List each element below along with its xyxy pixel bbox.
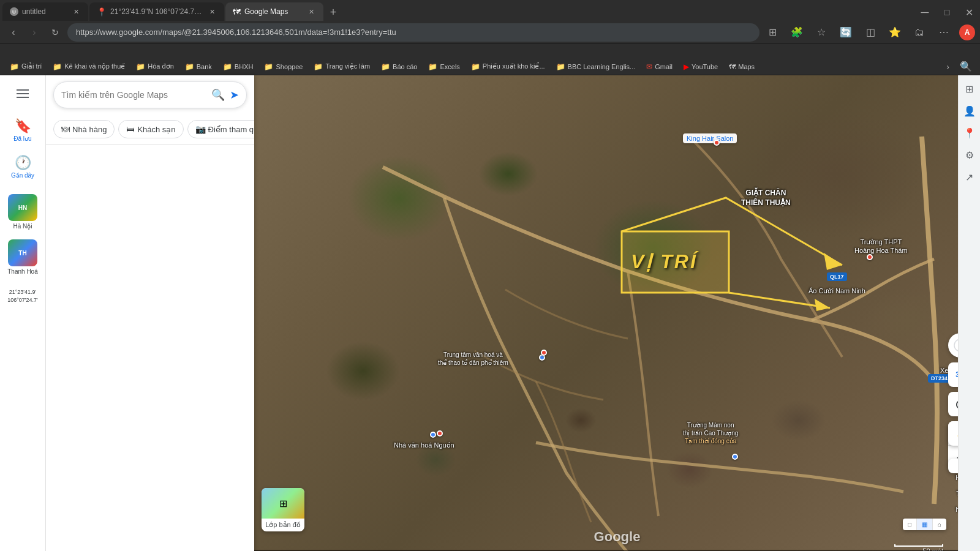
bookmark-hoa-don[interactable]: 📁 Hóa đơn: [131, 61, 178, 72]
folder-icon: 📁: [264, 62, 273, 71]
address-url: https://www.google.com/maps/@21.3945006,…: [76, 28, 396, 37]
main-content: 🔖 Đã lưu 🕐 Gần đây HN Hà Nội TH Thanh Ho…: [0, 75, 980, 551]
more-icon[interactable]: ⋯: [935, 23, 953, 42]
bookmarks-more-button[interactable]: ›: [943, 61, 953, 73]
hamburger-menu-button[interactable]: [10, 81, 35, 106]
tab1-close[interactable]: ✕: [71, 7, 81, 17]
tab-google-maps[interactable]: 🗺 Google Maps ✕: [225, 2, 323, 21]
profile-icon[interactable]: A: [959, 24, 975, 40]
right-strip: ⊞ 👤 📍 ⚙ ↗: [958, 75, 980, 551]
window-controls: ─ □ ✕: [916, 4, 978, 21]
search-toggle-button[interactable]: 🔍: [957, 58, 975, 75]
favorites-icon[interactable]: ⭐: [886, 23, 904, 42]
satellite-map-button[interactable]: ▦: [917, 519, 933, 530]
search-bar[interactable]: 🔍 ➤: [53, 81, 247, 108]
directions-icon[interactable]: ➤: [230, 88, 239, 102]
tab-untitled[interactable]: U untitled ✕: [2, 2, 88, 21]
hamburger-line: [17, 89, 29, 91]
bookmark-giai-tri[interactable]: 📁 Giải trí: [5, 61, 47, 72]
map-marker-icon[interactable]: 📍: [961, 124, 978, 141]
default-map-button[interactable]: □: [903, 519, 917, 530]
hamburger-line: [17, 97, 29, 98]
attraction-icon: 📷: [195, 124, 206, 134]
bookmark-maps[interactable]: 🗺 Maps: [724, 62, 760, 72]
share-icon[interactable]: ↗: [961, 168, 978, 186]
hamburger-line: [17, 93, 29, 94]
folder-icon: 📁: [10, 62, 19, 71]
tab-maps-pin[interactable]: 📍 21°23'41.9"N 106°07'24.7"E - Go... ✕: [89, 2, 224, 21]
update-icon[interactable]: 🔄: [837, 23, 855, 42]
user-profile-icon[interactable]: 👤: [961, 102, 978, 119]
maps-sidebar: 🔖 Đã lưu 🕐 Gần đây HN Hà Nội TH Thanh Ho…: [0, 75, 46, 551]
nha-van-hoa-pin[interactable]: [430, 432, 436, 438]
sidebar-saved-button[interactable]: 🔖 Đã lưu: [4, 113, 42, 148]
search-icon[interactable]: 🔍: [211, 88, 225, 102]
king-hair-pin[interactable]: [714, 140, 720, 146]
bookmark-gmail[interactable]: ✉ Gmail: [641, 61, 677, 72]
address-bar-row: ‹ › ↻ https://www.google.com/maps/@21.39…: [0, 21, 980, 44]
sidebar-recent-button[interactable]: 🕐 Gần đây: [4, 150, 42, 184]
bookmark-ke-khai[interactable]: 📁 Kê khai và nộp thuế: [48, 61, 130, 72]
bookmark-bbc[interactable]: 📁 BBC Learning Englis...: [551, 61, 641, 72]
search-input[interactable]: [61, 90, 206, 100]
sidebar-toggle-icon[interactable]: ◫: [861, 23, 880, 42]
tab2-close[interactable]: ✕: [207, 7, 217, 17]
folder-icon: 📁: [428, 62, 437, 71]
google-logo: Google: [594, 529, 641, 545]
bookmark-phieu-xuat[interactable]: 📁 Phiếu xuất kho kiể...: [466, 61, 550, 72]
tab1-favicon: U: [10, 7, 18, 16]
bookmark-youtube[interactable]: ▶ YouTube: [679, 61, 723, 72]
close-window-button[interactable]: ✕: [960, 4, 978, 21]
bookmark-bao-cao[interactable]: 📁 Báo cáo: [376, 61, 422, 72]
terrain-map-button[interactable]: ⌂: [933, 519, 946, 530]
bookmark-trang-viec[interactable]: 📁 Trang việc làm: [309, 61, 375, 72]
chip-diem-tham-quan[interactable]: 📷 Điểm tham quan: [187, 120, 254, 138]
bookmark-shoppee[interactable]: 📁 Shoppee: [259, 61, 307, 72]
reload-button[interactable]: ↻: [47, 24, 64, 41]
layer-switcher-button[interactable]: ⊞ Lớp bản đồ: [262, 488, 304, 531]
mam-non-pin[interactable]: [732, 454, 738, 460]
scale-line: [894, 544, 943, 547]
coord-lat: 21°23'41.9': [7, 288, 38, 296]
trung-tam-pin[interactable]: [541, 350, 547, 356]
maximize-button[interactable]: □: [938, 4, 956, 21]
search-bar-container: 🔍 ➤: [46, 75, 254, 114]
tab3-close[interactable]: ✕: [306, 7, 316, 17]
bookmark-bank[interactable]: 📁 Bank: [180, 61, 217, 72]
grid-apps-icon[interactable]: ⊞: [961, 80, 978, 97]
category-chips: 🍽 Nhà hàng 🛏 Khách sạn 📷 Điểm tham quan …: [46, 114, 254, 144]
layers-icon: ⊞: [279, 498, 287, 509]
saved-place-thanhhoa[interactable]: TH Thanh Hoá: [4, 236, 42, 279]
saved-place-hanoi[interactable]: HN Hà Nội: [4, 190, 42, 233]
chip-label: Điểm tham quan: [208, 125, 254, 134]
bookmark-label: Gmail: [655, 63, 673, 70]
thpt-pin[interactable]: [867, 254, 873, 260]
hanoi-label: Hà Nội: [13, 223, 32, 230]
chip-nha-hang[interactable]: 🍽 Nhà hàng: [53, 120, 115, 138]
king-hair-salon-label[interactable]: King Hair Salon: [683, 133, 737, 143]
bookmark-label: BBC Learning Englis...: [568, 63, 636, 70]
star-icon[interactable]: ☆: [812, 23, 831, 42]
nha-van-hoa-guon-pin[interactable]: [437, 430, 443, 437]
bookmark-excels[interactable]: 📁 Excels: [423, 61, 464, 72]
layer-label: Lớp bản đồ: [263, 519, 303, 531]
bookmark-icon: 🔖: [15, 118, 31, 134]
folder-icon: 📁: [381, 62, 390, 71]
chip-khach-san[interactable]: 🛏 Khách sạn: [118, 120, 183, 138]
bookmark-label: Shoppee: [276, 63, 303, 70]
bookmark-bhxh[interactable]: 📁 BHXH: [218, 61, 258, 72]
bookmark-label: BHXH: [235, 63, 254, 70]
forward-button[interactable]: ›: [26, 24, 43, 41]
new-tab-button[interactable]: +: [325, 4, 342, 21]
grid-icon[interactable]: ⊞: [763, 23, 782, 42]
collections-icon[interactable]: 🗂: [910, 23, 929, 42]
back-button[interactable]: ‹: [5, 24, 22, 41]
extensions-icon[interactable]: 🧩: [788, 23, 806, 42]
minimize-button[interactable]: ─: [916, 4, 933, 21]
address-bar[interactable]: https://www.google.com/maps/@21.3945006,…: [67, 23, 760, 42]
settings-icon[interactable]: ⚙: [961, 146, 978, 163]
saved-label: Đã lưu: [13, 135, 31, 143]
folder-icon: 📁: [314, 62, 323, 71]
map-area[interactable]: VỊ TRÍ King Hair Salon GIẶT CHĂN THIÊN T…: [254, 75, 980, 551]
tab2-title: 21°23'41.9"N 106°07'24.7"E - Go...: [110, 7, 203, 16]
